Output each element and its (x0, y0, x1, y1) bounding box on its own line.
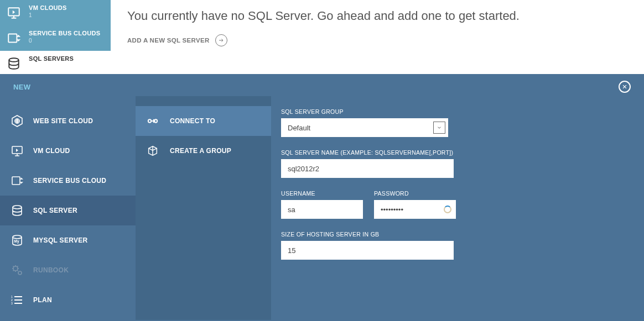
add-sql-server-link[interactable]: ADD A NEW SQL SERVER (127, 34, 227, 46)
list-icon: 123 (10, 293, 24, 307)
svg-marker-7 (16, 149, 18, 152)
size-label: SIZE OF HOSTING SERVER IN GB (281, 231, 633, 238)
gear-icon (10, 263, 24, 277)
composer-title: NEW (13, 83, 30, 91)
service-bus-icon (10, 173, 24, 188)
category-label: MYSQL SERVER (33, 236, 88, 244)
category-label: PLAN (33, 296, 52, 304)
monitor-icon (6, 4, 22, 21)
category-web-site-cloud[interactable]: WEB SITE CLOUD (0, 106, 136, 136)
globe-icon (10, 114, 24, 128)
package-icon (146, 144, 160, 158)
arrow-right-icon (215, 34, 227, 46)
svg-point-3 (9, 58, 18, 62)
new-composer-panel: NEW WEB SITE CLOUD VM CLOUD (0, 74, 644, 321)
category-label: SQL SERVER (33, 207, 77, 214)
svg-rect-2 (8, 34, 17, 42)
category-mysql-server[interactable]: My MYSQL SERVER (0, 225, 136, 255)
database-icon (10, 203, 24, 218)
select-value: Default (288, 124, 310, 132)
category-runbook: RUNBOOK (0, 255, 136, 285)
svg-text:3: 3 (11, 302, 13, 305)
category-service-bus-cloud[interactable]: SERVICE BUS CLOUD (0, 166, 136, 196)
add-link-label: ADD A NEW SQL SERVER (127, 37, 210, 44)
mysql-icon: My (10, 233, 24, 248)
action-create-group[interactable]: CREATE A GROUP (136, 136, 271, 166)
sidebar-item-label: VM CLOUDS (29, 4, 67, 11)
svg-point-9 (13, 206, 22, 209)
connect-icon (146, 114, 160, 128)
sidebar-item-sql-servers[interactable]: SQL SERVERS (0, 51, 111, 76)
empty-state-message: You currently have no SQL Server. Go ahe… (127, 9, 627, 23)
category-plan[interactable]: 123 PLAN (0, 285, 136, 315)
sql-group-label: SQL SERVER GROUP (281, 108, 633, 115)
svg-marker-1 (13, 10, 15, 14)
action-connect-to[interactable]: CONNECT TO (136, 106, 271, 136)
sql-group-select[interactable]: Default (281, 118, 448, 137)
category-vm-cloud[interactable]: VM CLOUD (0, 136, 136, 166)
sidebar-item-service-bus-clouds[interactable]: SERVICE BUS CLOUDS 0 (0, 25, 111, 51)
sidebar-item-label: SERVICE BUS CLOUDS (29, 30, 100, 36)
category-label: WEB SITE CLOUD (33, 117, 93, 125)
sidebar-item-count: 1 (29, 12, 67, 18)
password-label: PASSWORD (374, 190, 456, 197)
main-content: You currently have no SQL Server. Go ahe… (111, 0, 644, 55)
username-label: USERNAME (281, 190, 363, 197)
service-bus-icon (6, 30, 22, 46)
category-label: VM CLOUD (33, 147, 70, 155)
sidebar-item-vm-clouds[interactable]: VM CLOUDS 1 (0, 0, 111, 25)
svg-rect-8 (12, 177, 20, 185)
composer-action-list: CONNECT TO CREATE A GROUP (136, 96, 271, 320)
svg-point-13 (18, 271, 22, 275)
category-label: RUNBOOK (33, 266, 69, 274)
monitor-icon (10, 144, 24, 158)
sidebar-item-count: 0 (29, 38, 100, 44)
action-label: CREATE A GROUP (170, 147, 231, 155)
category-sql-server[interactable]: SQL SERVER (0, 196, 136, 225)
loading-spinner-icon (444, 206, 451, 213)
svg-point-10 (13, 235, 22, 239)
svg-point-12 (13, 266, 18, 271)
svg-point-18 (148, 119, 152, 123)
close-button[interactable] (619, 81, 631, 93)
database-icon (6, 55, 22, 72)
sql-name-label: SQL SERVER NAME (EXAMPLE: SQLSERVERNAME[… (281, 149, 633, 156)
sql-name-input[interactable] (281, 159, 454, 178)
category-user-account[interactable]: USER ACCOUNT (0, 315, 136, 321)
action-label: CONNECT TO (170, 117, 215, 125)
main-sidebar: VM CLOUDS 1 SERVICE BUS CLOUDS 0 SQL SER… (0, 0, 111, 76)
username-input[interactable] (281, 200, 363, 219)
chevron-down-icon (433, 122, 445, 134)
size-input[interactable] (281, 241, 454, 260)
category-label: SERVICE BUS CLOUD (33, 177, 106, 185)
sidebar-item-label: SQL SERVERS (29, 55, 74, 62)
composer-form: SQL SERVER GROUP Default SQL SERVER NAME… (271, 96, 644, 320)
composer-category-list: WEB SITE CLOUD VM CLOUD SERVICE BUS CLOU… (0, 96, 136, 320)
svg-text:My: My (14, 239, 19, 244)
